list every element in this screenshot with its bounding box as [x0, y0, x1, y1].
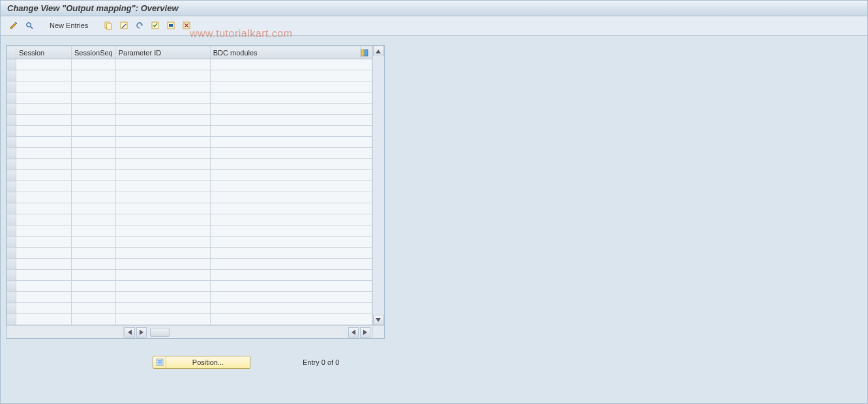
cell-bdc-modules[interactable] [210, 225, 372, 237]
table-row[interactable] [7, 148, 372, 159]
row-selector[interactable] [7, 214, 16, 225]
cell-session-seq[interactable] [72, 270, 116, 281]
row-selector[interactable] [7, 104, 16, 115]
cell-session[interactable] [16, 292, 72, 303]
scroll-left-icon[interactable] [348, 327, 359, 338]
output-mapping-table[interactable]: Session SessionSeq Parameter ID BDC modu… [7, 46, 372, 325]
table-row[interactable] [7, 203, 372, 214]
cell-parameter-id[interactable] [115, 237, 210, 248]
scroll-left-first-icon[interactable] [125, 327, 135, 338]
cell-parameter-id[interactable] [115, 81, 210, 93]
cell-parameter-id[interactable] [115, 203, 210, 214]
cell-session[interactable] [16, 159, 72, 170]
table-row[interactable] [7, 237, 372, 248]
row-selector[interactable] [7, 59, 16, 70]
cell-session[interactable] [16, 93, 72, 104]
table-row[interactable] [7, 126, 372, 137]
cell-parameter-id[interactable] [115, 248, 210, 259]
cell-bdc-modules[interactable] [210, 137, 372, 148]
cell-session-seq[interactable] [72, 259, 116, 270]
col-header-bdc-modules[interactable]: BDC modules [210, 46, 360, 59]
cell-parameter-id[interactable] [115, 314, 210, 325]
table-row[interactable] [7, 281, 372, 292]
cell-session-seq[interactable] [72, 104, 116, 115]
table-row[interactable] [7, 192, 372, 203]
row-selector-header[interactable] [7, 46, 16, 59]
row-selector[interactable] [7, 81, 16, 93]
find-icon[interactable] [23, 19, 36, 32]
cell-session-seq[interactable] [72, 281, 116, 292]
cell-bdc-modules[interactable] [210, 314, 372, 325]
cell-parameter-id[interactable] [115, 126, 210, 137]
row-selector[interactable] [7, 181, 16, 192]
table-row[interactable] [7, 248, 372, 259]
row-selector[interactable] [7, 159, 16, 170]
new-entries-button[interactable]: New Entries [45, 20, 93, 31]
row-selector[interactable] [7, 93, 16, 104]
horizontal-scrollbar[interactable] [7, 325, 372, 338]
cell-session[interactable] [16, 248, 72, 259]
table-row[interactable] [7, 170, 372, 181]
col-header-session-seq[interactable]: SessionSeq [72, 46, 116, 59]
row-selector[interactable] [7, 314, 16, 325]
row-selector[interactable] [7, 137, 16, 148]
table-row[interactable] [7, 70, 372, 81]
table-configure-icon[interactable] [360, 46, 372, 59]
horizontal-scroll-thumb[interactable] [150, 328, 170, 337]
cell-session[interactable] [16, 303, 72, 314]
cell-session[interactable] [16, 214, 72, 225]
cell-session-seq[interactable] [72, 225, 116, 237]
cell-session[interactable] [16, 59, 72, 70]
table-row[interactable] [7, 159, 372, 170]
cell-session[interactable] [16, 181, 72, 192]
row-selector[interactable] [7, 237, 16, 248]
scroll-right-last-icon[interactable] [136, 327, 147, 338]
undo-icon[interactable] [133, 19, 146, 32]
scroll-up-icon[interactable] [373, 46, 384, 56]
cell-session-seq[interactable] [72, 214, 116, 225]
cell-session[interactable] [16, 126, 72, 137]
cell-session-seq[interactable] [72, 81, 116, 93]
row-selector[interactable] [7, 170, 16, 181]
cell-session[interactable] [16, 270, 72, 281]
cell-parameter-id[interactable] [115, 104, 210, 115]
cell-bdc-modules[interactable] [210, 159, 372, 170]
table-row[interactable] [7, 292, 372, 303]
row-selector[interactable] [7, 115, 16, 126]
cell-session-seq[interactable] [72, 314, 116, 325]
position-button[interactable]: Position... [153, 356, 250, 369]
cell-session[interactable] [16, 70, 72, 81]
cell-parameter-id[interactable] [115, 225, 210, 237]
cell-parameter-id[interactable] [115, 148, 210, 159]
copy-as-icon[interactable] [102, 19, 115, 32]
scroll-down-icon[interactable] [373, 315, 384, 325]
table-row[interactable] [7, 181, 372, 192]
cell-parameter-id[interactable] [115, 281, 210, 292]
table-row[interactable] [7, 214, 372, 225]
cell-bdc-modules[interactable] [210, 270, 372, 281]
table-row[interactable] [7, 115, 372, 126]
cell-parameter-id[interactable] [115, 93, 210, 104]
cell-session-seq[interactable] [72, 192, 116, 203]
cell-session-seq[interactable] [72, 203, 116, 214]
cell-session-seq[interactable] [72, 159, 116, 170]
cell-parameter-id[interactable] [115, 170, 210, 181]
cell-parameter-id[interactable] [115, 181, 210, 192]
cell-bdc-modules[interactable] [210, 126, 372, 137]
cell-bdc-modules[interactable] [210, 104, 372, 115]
table-row[interactable] [7, 303, 372, 314]
cell-session[interactable] [16, 314, 72, 325]
cell-session[interactable] [16, 203, 72, 214]
cell-parameter-id[interactable] [115, 115, 210, 126]
table-row[interactable] [7, 270, 372, 281]
row-selector[interactable] [7, 303, 16, 314]
table-row[interactable] [7, 314, 372, 325]
cell-session-seq[interactable] [72, 148, 116, 159]
row-selector[interactable] [7, 292, 16, 303]
cell-session-seq[interactable] [72, 248, 116, 259]
col-header-parameter-id[interactable]: Parameter ID [115, 46, 210, 59]
cell-session[interactable] [16, 81, 72, 93]
cell-session[interactable] [16, 137, 72, 148]
cell-parameter-id[interactable] [115, 259, 210, 270]
table-row[interactable] [7, 259, 372, 270]
